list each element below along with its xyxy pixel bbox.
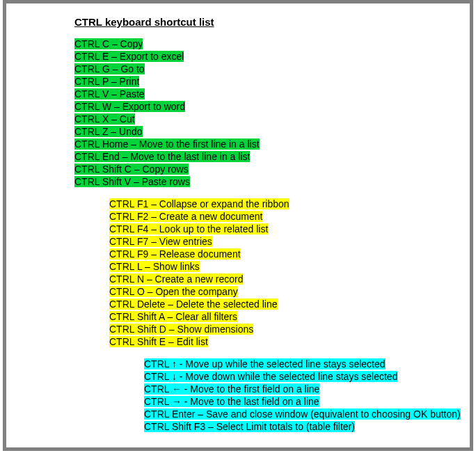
list-item: CTRL V – Paste [74,88,454,100]
list-item: CTRL O – Open the company [109,285,454,298]
shortcut-list: CTRL C – CopyCTRL E – Export to excelCTR… [74,38,454,433]
shortcut-text: CTRL Shift E – Edit list [109,336,208,347]
list-item: CTRL G – Go to [74,63,454,75]
shortcut-text: CTRL N – Create a new record [109,273,243,285]
shortcut-text: CTRL F9 – Release document [109,248,241,260]
shortcut-text: CTRL Shift C – Copy rows [74,164,189,175]
list-item: CTRL End – Move to the last line in a li… [74,150,454,163]
document-frame: CTRL keyboard shortcut list CTRL C – Cop… [3,0,473,451]
shortcut-text: CTRL F2 – Create a new document [109,211,262,222]
list-item: CTRL F2 – Create a new document [109,210,454,223]
shortcut-text: CTRL E – Export to excel [74,51,184,62]
shortcut-text: CTRL End – Move to the last line in a li… [74,151,250,162]
list-item: CTRL Z – Undo [74,125,454,138]
shortcut-text: CTRL ↑ - Move up while the selected line… [144,358,386,369]
shortcut-text: CTRL Delete – Delete the selected line [109,299,278,310]
list-item: CTRL ↑ - Move up while the selected line… [144,358,454,370]
shortcut-text: CTRL Z – Undo [74,126,143,137]
shortcut-text: CTRL F7 – View entries [109,236,212,247]
list-item: CTRL F9 – Release document [109,248,454,260]
list-item: CTRL ← - Move to the first field on a li… [144,383,454,395]
list-item: CTRL Shift E – Edit list [109,335,454,348]
list-item: CTRL E – Export to excel [74,50,454,63]
shortcut-text: CTRL F4 – Look up to the related list [109,223,268,235]
list-item: CTRL W – Export to word [74,100,454,113]
shortcut-text: CTRL W – Export to word [74,101,185,112]
shortcut-text: CTRL L – Show links [109,261,200,272]
shortcut-text: CTRL Shift V – Paste rows [74,176,190,187]
list-item: CTRL F1 – Collapse or expand the ribbon [109,198,454,210]
shortcut-group-1: CTRL C – CopyCTRL E – Export to excelCTR… [74,38,454,188]
shortcut-text: CTRL Shift F3 – Select Limit totals to (… [144,421,355,432]
shortcut-group-2: CTRL F1 – Collapse or expand the ribbonC… [109,198,454,348]
shortcut-text: CTRL V – Paste [74,88,145,100]
shortcut-text: CTRL Shift D – Show dimensions [109,324,253,335]
list-item: CTRL → - Move to the last field on a lin… [144,395,454,408]
list-item: CTRL Shift A – Clear all filters [109,310,454,323]
list-item: CTRL Delete – Delete the selected line [109,298,454,310]
list-item: CTRL F7 – View entries [109,235,454,248]
shortcut-text: CTRL O – Open the company [109,286,238,297]
shortcut-text: CTRL → - Move to the last field on a lin… [144,396,319,407]
shortcut-text: CTRL F1 – Collapse or expand the ribbon [109,198,289,209]
list-item: CTRL L – Show links [109,260,454,273]
list-item: CTRL X – Cut [74,113,454,125]
list-item: CTRL Shift V – Paste rows [74,175,454,188]
list-item: CTRL Enter – Save and close window (equi… [144,408,454,420]
shortcut-text: CTRL ↓ - Move down while the selected li… [144,371,397,382]
shortcut-text: CTRL Shift A – Clear all filters [109,311,237,322]
list-item: CTRL P – Print [74,75,454,88]
list-item: CTRL Shift F3 – Select Limit totals to (… [144,420,454,433]
list-item: CTRL C – Copy [74,38,454,50]
shortcut-text: CTRL P – Print [74,76,139,87]
shortcut-text: CTRL G – Go to [74,63,145,74]
shortcut-text: CTRL C – Copy [74,38,143,49]
shortcut-text: CTRL X – Cut [74,113,135,125]
list-item: CTRL N – Create a new record [109,273,454,285]
shortcut-text: CTRL ← - Move to the first field on a li… [144,383,319,395]
page-title: CTRL keyboard shortcut list [74,16,454,28]
shortcut-text: CTRL Enter – Save and close window (equi… [144,408,461,420]
list-item: CTRL F4 – Look up to the related list [109,223,454,235]
shortcut-group-3: CTRL ↑ - Move up while the selected line… [144,358,454,433]
list-item: CTRL ↓ - Move down while the selected li… [144,370,454,383]
shortcut-text: CTRL Home – Move to the first line in a … [74,138,260,150]
list-item: CTRL Shift C – Copy rows [74,163,454,175]
list-item: CTRL Home – Move to the first line in a … [74,138,454,150]
list-item: CTRL Shift D – Show dimensions [109,323,454,335]
